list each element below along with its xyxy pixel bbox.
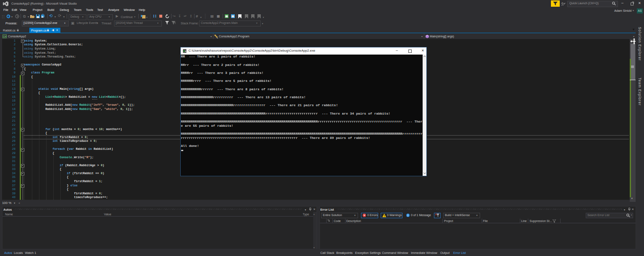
svg-text:C#: C# bbox=[3, 35, 6, 37]
